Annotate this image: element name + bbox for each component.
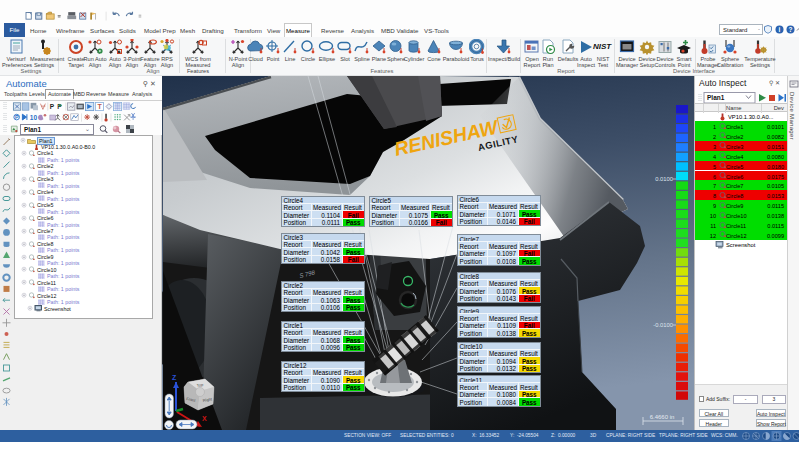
svg-text:P: P xyxy=(15,114,19,120)
svg-text:6.4660 in: 6.4660 in xyxy=(650,414,675,420)
svg-text:P: P xyxy=(50,103,55,110)
svg-text:?: ? xyxy=(789,26,793,33)
svg-text:Z: Z xyxy=(172,374,177,381)
svg-text:NIST: NIST xyxy=(593,42,612,51)
svg-text:T: T xyxy=(97,103,102,110)
svg-text:Plan1: Plan1 xyxy=(707,94,725,101)
svg-text:X: X xyxy=(202,415,207,422)
svg-text:-0.0100: -0.0100 xyxy=(653,322,673,328)
svg-text:10: 10 xyxy=(30,114,38,121)
svg-text:0.0100: 0.0100 xyxy=(655,176,673,182)
svg-text:i: i xyxy=(779,26,781,33)
